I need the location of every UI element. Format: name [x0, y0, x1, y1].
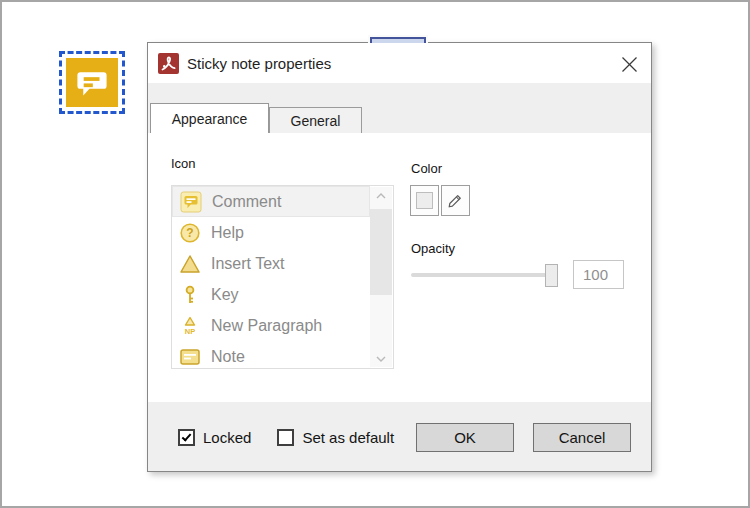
- tab-general-label: General: [291, 113, 341, 129]
- scrollbar-thumb[interactable]: [370, 209, 392, 295]
- speech-bubble-icon: [71, 63, 113, 103]
- chevron-down-icon: [375, 355, 387, 363]
- opacity-slider[interactable]: [411, 263, 561, 288]
- checkmark-icon: [182, 431, 192, 441]
- comment-icon: [180, 191, 202, 213]
- pencil-icon: [446, 191, 465, 210]
- opacity-section-label: Opacity: [411, 241, 455, 256]
- scroll-down-button[interactable]: [370, 350, 392, 367]
- list-item-label: Help: [211, 224, 244, 242]
- sticky-note-properties-dialog: Sticky note properties Appearance Genera…: [147, 42, 652, 472]
- opacity-value-input[interactable]: [573, 260, 624, 289]
- sticky-note-annotation[interactable]: [59, 51, 125, 114]
- list-item-label: Key: [211, 286, 239, 304]
- scroll-up-button[interactable]: [370, 187, 392, 204]
- list-item-label: New Paragraph: [211, 317, 322, 335]
- sticky-note-icon: [66, 58, 118, 107]
- svg-text:?: ?: [186, 226, 193, 240]
- list-item-label: Insert Text: [211, 255, 285, 273]
- acrobat-app-icon: [158, 53, 179, 74]
- locked-label: Locked: [203, 429, 251, 446]
- list-item-new-paragraph[interactable]: NP New Paragraph: [172, 310, 370, 341]
- chevron-up-icon: [375, 192, 387, 200]
- close-icon: [621, 56, 638, 73]
- list-scrollbar[interactable]: [370, 187, 392, 367]
- set-as-default-label: Set as default: [302, 429, 394, 446]
- dialog-title: Sticky note properties: [187, 55, 331, 72]
- insert-text-icon: [179, 253, 201, 275]
- footer-checkboxes: Locked Set as default: [178, 429, 394, 446]
- color-controls: [410, 185, 470, 216]
- list-item-key[interactable]: Key: [172, 279, 370, 310]
- set-as-default-checkbox[interactable]: [277, 429, 294, 446]
- color-section-label: Color: [411, 161, 442, 176]
- help-icon: ?: [179, 222, 201, 244]
- list-item-note[interactable]: Note: [172, 341, 370, 369]
- slider-track[interactable]: [411, 273, 558, 277]
- list-item-label: Note: [211, 348, 245, 366]
- new-paragraph-icon: NP: [179, 315, 201, 337]
- edit-color-button[interactable]: [441, 185, 470, 216]
- ok-button[interactable]: OK: [416, 423, 514, 452]
- list-item-help[interactable]: ? Help: [172, 217, 370, 248]
- document-canvas: Sticky note properties Appearance Genera…: [0, 0, 750, 508]
- dialog-titlebar[interactable]: Sticky note properties: [148, 43, 651, 83]
- list-item-label: Comment: [212, 193, 281, 211]
- list-item-insert-text[interactable]: Insert Text: [172, 248, 370, 279]
- tab-strip: Appearance General: [148, 83, 651, 133]
- locked-checkbox[interactable]: [178, 429, 195, 446]
- tab-general[interactable]: General: [269, 107, 362, 133]
- key-icon: [179, 284, 201, 306]
- icon-listbox: Comment ? Help: [171, 185, 394, 369]
- slider-thumb[interactable]: [545, 264, 558, 287]
- close-button[interactable]: [617, 52, 641, 76]
- tab-appearance[interactable]: Appearance: [150, 103, 269, 134]
- appearance-panel: Icon Comment: [148, 133, 651, 403]
- cancel-button[interactable]: Cancel: [533, 423, 631, 452]
- list-item-comment[interactable]: Comment: [172, 186, 370, 217]
- current-color-swatch[interactable]: [410, 185, 439, 216]
- svg-text:NP: NP: [185, 327, 195, 336]
- dialog-footer: Locked Set as default OK Cancel: [148, 402, 651, 471]
- icon-section-label: Icon: [171, 156, 196, 171]
- tab-appearance-label: Appearance: [172, 111, 248, 127]
- note-icon: [179, 346, 201, 368]
- color-preview: [416, 192, 433, 209]
